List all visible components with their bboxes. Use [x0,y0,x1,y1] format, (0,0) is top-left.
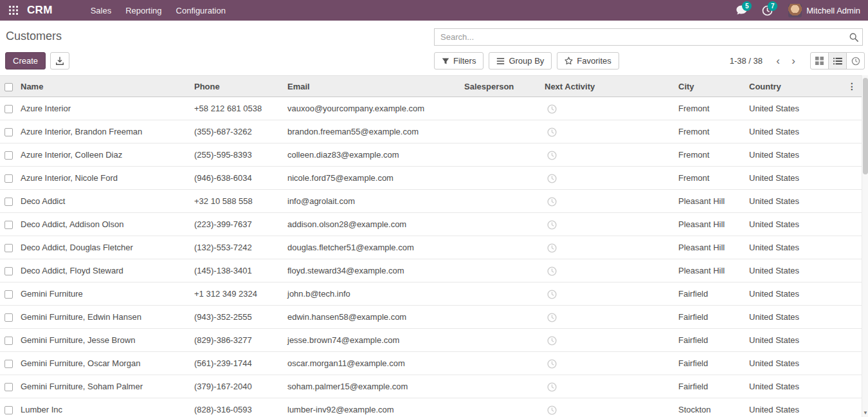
cell-country[interactable]: United States [745,213,817,236]
cell-next-activity[interactable] [541,97,674,120]
messages-menu[interactable]: 5 [730,0,752,21]
column-header-salesperson[interactable]: Salesperson [460,76,541,97]
cell-email[interactable]: colleen.diaz83@example.com [284,144,460,167]
cell-email[interactable]: oscar.morgan11@example.com [284,352,460,375]
menu-reporting[interactable]: Reporting [118,0,168,21]
table-row[interactable]: Azure Interior, Colleen Diaz (255)-595-8… [0,144,862,167]
cell-salesperson[interactable] [460,167,541,190]
next-activity-clock-icon[interactable] [547,127,557,137]
cell-name[interactable]: Azure Interior, Colleen Diaz [17,144,190,167]
cell-country[interactable]: United States [745,120,817,144]
cell-name[interactable]: Deco Addict, Addison Olson [17,213,190,236]
activities-menu[interactable]: 7 [756,0,778,21]
cell-city[interactable]: Pleasant Hill [674,259,745,283]
cell-salesperson[interactable] [460,352,541,375]
table-row[interactable]: Gemini Furniture +1 312 349 2324 john.b@… [0,283,862,306]
column-header-country[interactable]: Country [745,76,817,97]
cell-next-activity[interactable] [541,375,674,398]
cell-phone[interactable]: (561)-239-1744 [190,352,284,375]
next-activity-clock-icon[interactable] [547,151,557,160]
cell-name[interactable]: Gemini Furniture, Soham Palmer [17,375,190,398]
cell-salesperson[interactable] [460,190,541,213]
row-checkbox[interactable] [5,198,13,206]
cell-phone[interactable]: (255)-595-8393 [190,144,284,167]
cell-next-activity[interactable] [541,190,674,213]
cell-city[interactable]: Fairfield [674,352,745,375]
cell-email[interactable]: floyd.steward34@example.com [284,259,460,283]
table-row[interactable]: Deco Addict, Douglas Fletcher (132)-553-… [0,236,862,259]
table-row[interactable]: Deco Addict +32 10 588 558 info@agrolait… [0,190,862,213]
cell-country[interactable]: United States [745,329,817,352]
cell-country[interactable]: United States [745,259,817,283]
filters-button[interactable]: Filters [434,52,484,70]
cell-city[interactable]: Fairfield [674,375,745,398]
cell-name[interactable]: Azure Interior [17,97,190,120]
user-menu[interactable]: Mitchell Admin [782,0,863,21]
next-activity-clock-icon[interactable] [547,266,557,276]
next-activity-clock-icon[interactable] [547,336,557,346]
cell-salesperson[interactable] [460,236,541,259]
cell-city[interactable]: Pleasant Hill [674,236,745,259]
pager-previous-button[interactable]: ‹ [770,52,786,70]
cell-city[interactable]: Pleasant Hill [674,213,745,236]
table-row[interactable]: Lumber Inc (828)-316-0593 lumber-inv92@e… [0,398,862,417]
create-button[interactable]: Create [5,52,46,70]
table-row[interactable]: Gemini Furniture, Oscar Morgan (561)-239… [0,352,862,375]
cell-next-activity[interactable] [541,306,674,329]
cell-phone[interactable]: (132)-553-7242 [190,236,284,259]
cell-country[interactable]: United States [745,306,817,329]
table-row[interactable]: Azure Interior, Nicole Ford (946)-638-60… [0,167,862,190]
table-row[interactable]: Deco Addict, Floyd Steward (145)-138-340… [0,259,862,283]
next-activity-clock-icon[interactable] [547,405,557,415]
cell-city[interactable]: Pleasant Hill [674,190,745,213]
scrollbar-thumb[interactable] [863,78,868,174]
cell-salesperson[interactable] [460,398,541,417]
cell-phone[interactable]: (145)-138-3401 [190,259,284,283]
row-checkbox[interactable] [5,151,13,160]
favorites-button[interactable]: Favorites [557,52,619,70]
cell-name[interactable]: Azure Interior, Nicole Ford [17,167,190,190]
next-activity-clock-icon[interactable] [547,197,557,207]
cell-salesperson[interactable] [460,213,541,236]
cell-salesperson[interactable] [460,283,541,306]
cell-salesperson[interactable] [460,144,541,167]
column-header-email[interactable]: Email [284,76,460,97]
table-row[interactable]: Deco Addict, Addison Olson (223)-399-763… [0,213,862,236]
cell-salesperson[interactable] [460,120,541,144]
row-checkbox[interactable] [5,105,13,113]
cell-country[interactable]: United States [745,375,817,398]
optional-columns-icon[interactable]: ⋮ [847,81,856,91]
cell-country[interactable]: United States [745,97,817,120]
cell-city[interactable]: Fremont [674,167,745,190]
vertical-scrollbar[interactable]: ▼ [862,75,868,417]
table-row[interactable]: Gemini Furniture, Jesse Brown (829)-386-… [0,329,862,352]
cell-email[interactable]: vauxoo@yourcompany.example.com [284,97,460,120]
column-header-city[interactable]: City [674,76,745,97]
next-activity-clock-icon[interactable] [547,382,557,392]
table-row[interactable]: Gemini Furniture, Edwin Hansen (943)-352… [0,306,862,329]
cell-next-activity[interactable] [541,283,674,306]
cell-salesperson[interactable] [460,97,541,120]
search-input[interactable] [434,28,863,46]
select-all-checkbox[interactable] [5,83,13,91]
cell-email[interactable]: john.b@tech.info [284,283,460,306]
cell-country[interactable]: United States [745,283,817,306]
next-activity-clock-icon[interactable] [547,174,557,183]
row-checkbox[interactable] [5,174,13,183]
cell-next-activity[interactable] [541,398,674,417]
cell-name[interactable]: Deco Addict, Floyd Steward [17,259,190,283]
table-row[interactable]: Gemini Furniture, Soham Palmer (379)-167… [0,375,862,398]
cell-next-activity[interactable] [541,144,674,167]
cell-phone[interactable]: (943)-352-2555 [190,306,284,329]
cell-email[interactable]: lumber-inv92@example.com [284,398,460,417]
row-checkbox[interactable] [5,406,13,414]
pager-next-button[interactable]: › [786,52,801,70]
cell-phone[interactable]: (828)-316-0593 [190,398,284,417]
cell-next-activity[interactable] [541,236,674,259]
cell-email[interactable]: soham.palmer15@example.com [284,375,460,398]
cell-salesperson[interactable] [460,375,541,398]
scrollbar-down-arrow[interactable]: ▼ [862,408,868,417]
cell-city[interactable]: Fairfield [674,329,745,352]
cell-name[interactable]: Gemini Furniture [17,283,190,306]
cell-country[interactable]: United States [745,190,817,213]
